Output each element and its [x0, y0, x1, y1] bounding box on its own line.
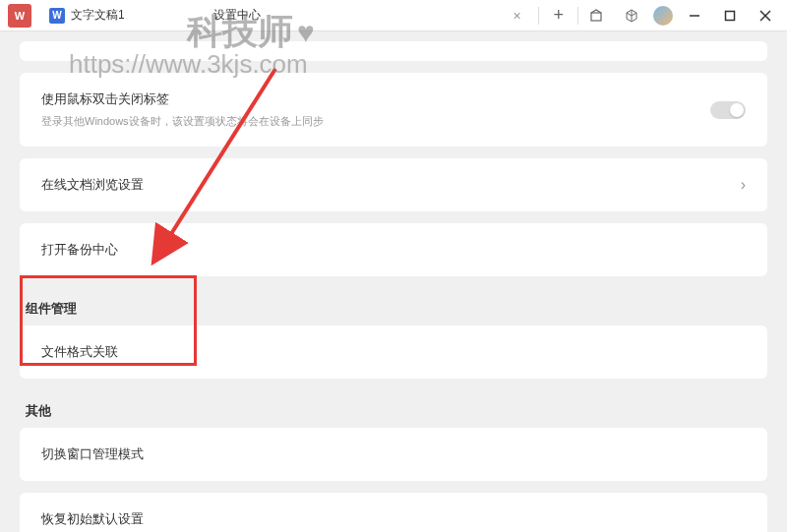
tab-doc-label: 文字文稿1 — [71, 7, 125, 24]
tab-bar: W W 文字文稿1 设置中心 × + — [0, 0, 787, 31]
setting-window-mode[interactable]: 切换窗口管理模式 — [20, 428, 767, 481]
toggle-switch[interactable] — [710, 101, 746, 119]
tab-settings[interactable]: 设置中心 × — [135, 0, 535, 30]
svg-rect-0 — [591, 13, 601, 21]
setting-title: 切换窗口管理模式 — [41, 445, 746, 463]
cube-icon[interactable] — [618, 2, 645, 30]
setting-doubleclick-close[interactable]: 使用鼠标双击关闭标签 登录其他Windows设备时，该设置项状态将会在设备上同步 — [20, 73, 767, 147]
app-logo: W — [8, 4, 31, 28]
avatar[interactable] — [653, 6, 673, 26]
setting-title: 恢复初始默认设置 — [41, 510, 746, 528]
svg-rect-2 — [726, 11, 735, 20]
setting-title: 使用鼠标双击关闭标签 — [41, 90, 746, 108]
setting-subtitle: 登录其他Windows设备时，该设置项状态将会在设备上同步 — [41, 114, 746, 129]
setting-restore-defaults[interactable]: 恢复初始默认设置 — [20, 493, 767, 532]
close-icon[interactable]: × — [509, 8, 524, 24]
section-header-component: 组件管理 — [20, 288, 767, 325]
window-controls — [582, 2, 787, 30]
close-button[interactable] — [752, 2, 779, 30]
setting-title: 在线文档浏览设置 — [41, 176, 746, 194]
card-top-partial — [20, 41, 767, 61]
minimize-button[interactable] — [681, 2, 708, 30]
chevron-right-icon: › — [741, 176, 746, 194]
maximize-button[interactable] — [716, 2, 744, 30]
app-icon[interactable] — [582, 2, 610, 30]
setting-file-association[interactable]: 文件格式关联 — [20, 325, 767, 379]
word-doc-icon: W — [49, 8, 65, 24]
tab-document[interactable]: W 文字文稿1 — [39, 0, 135, 30]
tab-settings-label: 设置中心 — [213, 7, 261, 24]
setting-title: 文件格式关联 — [41, 343, 746, 361]
add-tab-button[interactable]: + — [543, 5, 574, 26]
divider — [538, 7, 539, 25]
setting-backup-center[interactable]: 打开备份中心 — [20, 223, 767, 276]
divider — [577, 7, 578, 25]
settings-content: 使用鼠标双击关闭标签 登录其他Windows设备时，该设置项状态将会在设备上同步… — [0, 31, 787, 532]
setting-title: 打开备份中心 — [41, 241, 746, 259]
setting-online-doc[interactable]: 在线文档浏览设置 › — [20, 158, 767, 211]
section-header-other: 其他 — [20, 390, 767, 428]
